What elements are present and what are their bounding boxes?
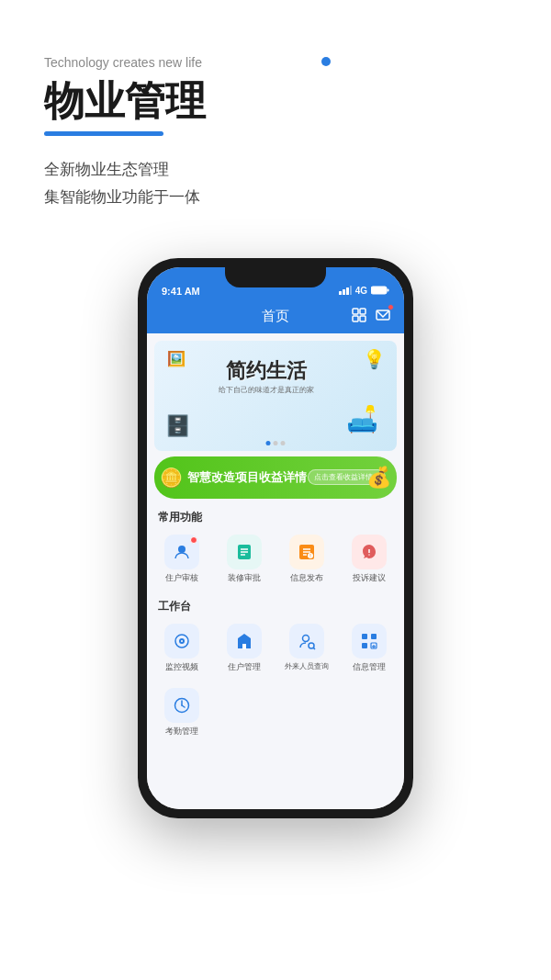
svg-rect-33 (371, 634, 377, 639)
work-item-visitor-query[interactable]: 外来人员查询 (277, 618, 336, 679)
work-label-visitor-query: 外来人员查询 (285, 661, 329, 671)
phone-inner: 9:41 AM 4G (147, 267, 404, 809)
work-item-info-mgmt[interactable]: 信息管理 (340, 618, 399, 679)
common-functions-title: 常用功能 (147, 504, 404, 529)
svg-rect-1 (343, 289, 345, 295)
promo-text: 智慧改造项目收益详情 (186, 469, 308, 486)
svg-point-29 (303, 635, 309, 641)
phone-notch (225, 267, 326, 287)
work-item-attendance[interactable]: 考勤管理 (152, 682, 211, 743)
svg-rect-0 (339, 291, 342, 295)
phone-wrapper: 9:41 AM 4G (0, 258, 551, 846)
func-label-info-publish: 信息发布 (290, 572, 323, 584)
svg-line-40 (182, 705, 185, 707)
info-mgmt-icon (352, 624, 387, 659)
svg-rect-7 (360, 309, 365, 314)
coin-right-icon: 💰 (366, 466, 391, 490)
signal-icon (339, 286, 352, 297)
svg-rect-4 (371, 287, 387, 294)
svg-point-24 (368, 554, 369, 555)
banner-main-text: 简约生活 (219, 357, 314, 385)
svg-point-20 (308, 553, 313, 558)
resident-mgmt-icon (227, 624, 262, 659)
workbench-title: 工作台 (147, 593, 404, 618)
app-banner[interactable]: 🖼️ 💡 简约生活 给下自己的味道才是真正的家 🛋️ 🗄️ (154, 341, 397, 451)
subtitle-line2: 集智能物业功能于一体 (44, 184, 507, 212)
visitor-query-icon (289, 624, 324, 659)
work-label-resident-mgmt: 住户管理 (228, 661, 261, 673)
svg-point-11 (178, 546, 186, 553)
func-label-renovation: 装修审批 (228, 572, 261, 584)
plant-icon: 🖼️ (167, 350, 186, 367)
svg-line-31 (313, 648, 315, 649)
banner-dot-1 (266, 441, 271, 445)
mail-badge (388, 304, 394, 310)
info-publish-icon (289, 535, 324, 569)
banner-sub-text: 给下自己的味道才是真正的家 (219, 385, 314, 395)
svg-rect-28 (242, 644, 246, 649)
svg-rect-8 (353, 316, 358, 321)
svg-rect-2 (346, 287, 349, 295)
nav-bar: 首页 (147, 300, 404, 333)
work-label-monitor: 监控视频 (165, 661, 198, 673)
resident-review-icon (164, 535, 199, 569)
banner-dot-2 (274, 441, 278, 445)
banner-dot-3 (281, 441, 286, 445)
title-underline (44, 131, 163, 136)
battery-icon (371, 286, 389, 297)
network-label: 4G (355, 286, 367, 296)
bottom-spacer (147, 747, 404, 765)
header-section: Technology creates new life 物业管理 全新物业生态管… (0, 0, 551, 231)
cabinet-icon: 🗄️ (165, 414, 190, 438)
svg-point-27 (181, 640, 183, 642)
work-item-resident-mgmt[interactable]: 住户管理 (215, 618, 274, 679)
monitor-icon (164, 624, 199, 659)
svg-rect-9 (360, 316, 365, 321)
mail-icon[interactable] (375, 307, 391, 327)
nav-icons[interactable] (351, 307, 391, 327)
svg-rect-6 (353, 309, 358, 314)
svg-point-22 (310, 556, 311, 557)
coin-left-icon: 🪙 (160, 467, 183, 489)
subtitle-line1: 全新物业生态管理 (44, 156, 507, 185)
common-functions-grid: 住户审核 装修审批 (147, 529, 404, 593)
attendance-icon (164, 688, 199, 723)
nav-title: 首页 (262, 308, 289, 325)
blue-dot-decoration (321, 57, 331, 66)
phone-content: 🖼️ 💡 简约生活 给下自己的味道才是真正的家 🛋️ 🗄️ (147, 333, 404, 809)
complaint-icon (352, 535, 387, 569)
func-item-renovation[interactable]: 装修审批 (215, 529, 274, 590)
status-time: 9:41 AM (162, 286, 200, 297)
work-label-info-mgmt: 信息管理 (353, 661, 386, 673)
tagline: Technology creates new life (44, 55, 507, 70)
func-label-complaint: 投诉建议 (353, 572, 386, 584)
func-item-complaint[interactable]: 投诉建议 (340, 529, 399, 590)
func-item-resident-review[interactable]: 住户审核 (152, 529, 211, 590)
status-icons: 4G (339, 286, 389, 297)
svg-rect-3 (350, 286, 352, 295)
lamp-icon: 💡 (363, 348, 386, 370)
banner-dots (266, 441, 286, 445)
promo-banner[interactable]: 🪙 智慧改造项目收益详情 点击查看收益详情 > 💰 (154, 456, 397, 499)
svg-rect-34 (362, 643, 367, 648)
phone-outer: 9:41 AM 4G (138, 258, 413, 818)
page-title: 物业管理 (44, 77, 507, 126)
workbench-grid: 监控视频 住户管理 (147, 618, 404, 747)
func-label-resident-review: 住户审核 (165, 572, 198, 584)
scan-icon[interactable] (351, 307, 367, 327)
work-item-monitor[interactable]: 监控视频 (152, 618, 211, 679)
svg-point-30 (309, 643, 314, 648)
svg-rect-5 (388, 288, 389, 291)
svg-rect-32 (362, 634, 367, 639)
sofa-icon: 🛋️ (346, 404, 378, 434)
resident-review-badge (190, 536, 197, 544)
func-item-info-publish[interactable]: 信息发布 (277, 529, 336, 590)
work-label-attendance: 考勤管理 (165, 726, 198, 738)
renovation-icon (227, 535, 262, 569)
